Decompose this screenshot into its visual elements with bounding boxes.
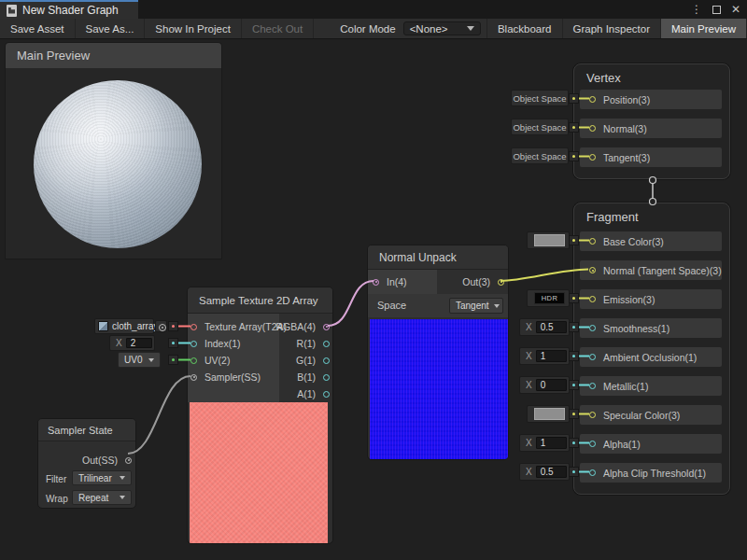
wrap-label: Wrap [46, 490, 68, 507]
specular-color-swatch[interactable] [527, 405, 570, 423]
port-label: Emission(3) [603, 294, 655, 305]
g-port[interactable] [323, 357, 330, 364]
space-dropdown[interactable]: Tangent [449, 298, 503, 314]
value-input[interactable]: 0.5 [536, 466, 567, 478]
alpha-port[interactable] [589, 441, 596, 447]
ambient-occlusion-field[interactable]: X 1 [519, 347, 570, 365]
port-label: Texture Array(T2A) [204, 321, 287, 332]
index-field[interactable]: X 2 [109, 335, 155, 351]
object-picker-icon[interactable] [155, 320, 167, 332]
alpha-clip-port[interactable] [589, 469, 596, 476]
object-space-chip: Object Space [511, 90, 569, 106]
x-label: X [520, 438, 536, 448]
connector-stub [168, 321, 178, 331]
fragment-row-alpha: Alpha(1) [580, 434, 722, 454]
vertex-node[interactable]: Vertex Position(3) Normal(3) Tangent(3) [573, 63, 730, 179]
texture-array-object-field[interactable]: cloth_array [94, 318, 154, 334]
value-input[interactable]: 1 [536, 350, 567, 362]
normal-port[interactable] [589, 125, 596, 132]
fragment-row-ambient-occlusion: Ambient Occlusion(1) [580, 347, 722, 367]
space-label: Space [377, 297, 406, 314]
port-label: Normal(3) [603, 123, 647, 134]
x-label: X [520, 322, 536, 332]
out-port[interactable] [498, 279, 504, 286]
fragment-row-alpha-clip: Alpha Clip Threshold(1) [580, 463, 722, 483]
output-row: A(1) [297, 385, 330, 402]
b-port[interactable] [323, 374, 330, 381]
connector-stub [569, 467, 579, 477]
port-label: In(4) [387, 276, 407, 287]
sample-texture-2d-array-node[interactable]: Sample Texture 2D Array Texture Array(T2… [187, 287, 333, 544]
in-port[interactable] [373, 279, 379, 286]
input-row: Index(1) [190, 335, 241, 352]
fragment-node[interactable]: Fragment Base Color(3) Normal (Tangent S… [573, 203, 730, 495]
preview-sphere [34, 80, 202, 248]
out-ss-port[interactable] [125, 457, 132, 464]
uv-channel-dropdown[interactable]: UV0 [118, 352, 161, 368]
port-label: Specular Color(3) [603, 410, 680, 421]
rgba-port[interactable] [323, 324, 330, 330]
edge-sampler-state[interactable] [128, 376, 190, 454]
connector-stub [569, 409, 579, 419]
alpha-field[interactable]: X 1 [519, 434, 570, 452]
port-label: Metallic(1) [603, 381, 648, 392]
dropdown-value: Trilinear [78, 473, 112, 483]
input-row: In(4) [373, 273, 407, 290]
fragment-node-title: Fragment [586, 210, 639, 224]
texture-array-port[interactable] [190, 324, 197, 330]
dropdown-value: UV0 [124, 355, 142, 365]
filter-dropdown[interactable]: Trilinear [72, 470, 132, 485]
dropdown-value: Repeat [78, 493, 108, 503]
graph-canvas[interactable]: Main Preview Vertex Position(3) Normal(3… [0, 0, 747, 560]
output-row: RGBA(4) [275, 318, 330, 335]
base-color-port[interactable] [589, 238, 596, 245]
color-swatch[interactable] [534, 234, 565, 246]
node-title: Sampler State [38, 419, 135, 441]
r-port[interactable] [323, 341, 330, 347]
normal-unpack-node[interactable]: Normal Unpack In(4) Out(3) Space Tangent [367, 245, 509, 460]
uv-port[interactable] [190, 357, 197, 364]
main-preview-viewport[interactable] [6, 68, 221, 259]
hdr-color-swatch[interactable]: HDR [534, 292, 565, 304]
normal-tangent-port[interactable] [589, 267, 596, 273]
color-swatch[interactable] [534, 408, 565, 420]
value-input[interactable]: 0 [536, 379, 567, 391]
input-row: UV(2) [190, 352, 230, 369]
smoothness-field[interactable]: X 0.5 [519, 318, 570, 336]
port-label: G(1) [296, 355, 316, 366]
specular-color-port[interactable] [589, 412, 596, 418]
vertex-row-normal: Normal(3) [580, 119, 722, 138]
connector-stub [569, 293, 579, 303]
value-input[interactable]: 1 [536, 437, 567, 449]
ambient-occlusion-port[interactable] [589, 354, 596, 360]
index-port[interactable] [190, 341, 197, 347]
a-port[interactable] [323, 391, 330, 398]
port-label: B(1) [297, 371, 316, 383]
position-port[interactable] [589, 96, 596, 103]
port-label: Index(1) [204, 338, 241, 349]
metallic-port[interactable] [589, 383, 596, 389]
sampler-port[interactable] [190, 374, 197, 381]
emission-port[interactable] [589, 296, 596, 302]
port-label: Base Color(3) [603, 236, 664, 247]
value-input[interactable]: 0.5 [536, 321, 567, 333]
smoothness-port[interactable] [589, 325, 596, 331]
base-color-swatch[interactable] [527, 231, 570, 249]
output-row: B(1) [297, 369, 330, 385]
fragment-row-metallic: Metallic(1) [580, 376, 722, 396]
sampler-state-node[interactable]: Sampler State Out(SS) Filter Trilinear W… [37, 418, 136, 509]
emission-hdr-swatch[interactable]: HDR [527, 289, 570, 307]
alpha-clip-field[interactable]: X 0.5 [519, 463, 570, 481]
connector-stub [569, 122, 579, 133]
tangent-port[interactable] [589, 154, 596, 161]
port-label: Smoothness(1) [603, 323, 669, 334]
main-preview-panel[interactable]: Main Preview [5, 42, 222, 259]
metallic-field[interactable]: X 0 [519, 376, 570, 394]
wrap-dropdown[interactable]: Repeat [72, 490, 132, 505]
port-label: Normal (Tangent Space)(3) [603, 265, 722, 276]
connector-stub [569, 235, 579, 245]
main-preview-title: Main Preview [6, 43, 221, 68]
output-row: R(1) [297, 335, 330, 352]
port-label: Position(3) [603, 94, 650, 105]
value-input[interactable]: 2 [126, 338, 152, 348]
